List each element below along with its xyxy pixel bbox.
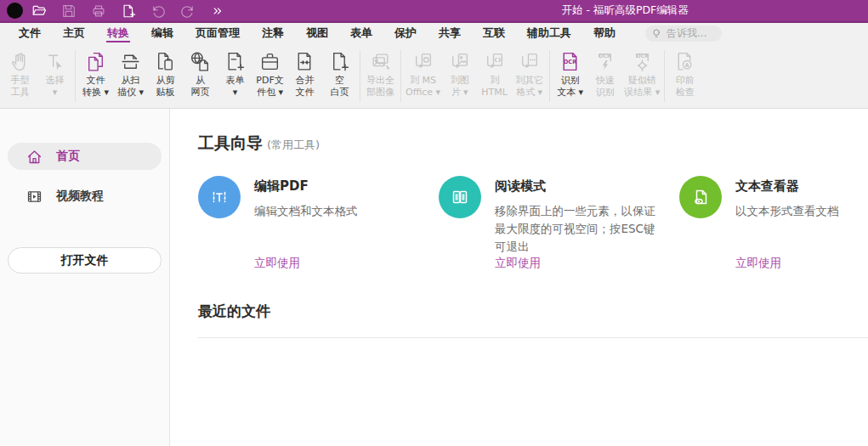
ocr-suspect-icon bbox=[631, 48, 654, 75]
tab-comment[interactable]: 注释 bbox=[251, 23, 295, 43]
from-scanner-button[interactable]: 从扫 描仪 ▾ bbox=[113, 46, 148, 106]
redo-icon bbox=[179, 3, 196, 20]
new-document-icon[interactable] bbox=[120, 3, 137, 20]
tab-view[interactable]: 视图 bbox=[295, 23, 339, 43]
tab-home[interactable]: 主页 bbox=[52, 23, 96, 43]
app-logo bbox=[7, 3, 23, 19]
blank-page-icon bbox=[328, 48, 351, 75]
from-webpage-icon bbox=[189, 48, 212, 75]
ocr-suspect-results-button: 疑似错 误结果 ▾ bbox=[622, 46, 661, 106]
tab-organize[interactable]: 页面管理 bbox=[184, 23, 251, 43]
tell-me-input[interactable] bbox=[667, 27, 716, 39]
more-commands-icon[interactable] bbox=[209, 3, 226, 20]
tool-wizard-subtitle: (常用工具) bbox=[267, 138, 320, 153]
undo-icon bbox=[150, 3, 167, 20]
ribbon-separator bbox=[75, 50, 76, 102]
ribbon-convert: 手型 工具 选择 ▾ 文件 转换 ▾ 从扫 描仪 ▾ 从剪 贴板 从 网页 表单… bbox=[0, 43, 868, 109]
card-title: 阅读模式 bbox=[495, 178, 663, 195]
to-image-button: 到图 片 ▾ bbox=[442, 46, 477, 106]
use-now-link[interactable]: 立即使用 bbox=[735, 256, 868, 271]
open-file-button[interactable]: 打开文件 bbox=[8, 247, 162, 274]
tab-accessibility[interactable]: 辅助工具 bbox=[516, 23, 582, 43]
card-title: 编辑PDF bbox=[254, 178, 423, 195]
pdf-portfolio-button[interactable]: PDF文 件包 ▾ bbox=[252, 46, 287, 106]
use-now-link[interactable]: 立即使用 bbox=[254, 256, 423, 271]
tab-connect[interactable]: 互联 bbox=[472, 23, 516, 43]
to-html-button: 到 HTML bbox=[477, 46, 512, 106]
to-ms-office-button: 到 MS Office ▾ bbox=[404, 46, 442, 106]
from-webpage-button[interactable]: 从 网页 bbox=[183, 46, 218, 106]
to-ms-office-icon bbox=[411, 48, 434, 75]
ocr-text-icon bbox=[559, 48, 582, 75]
pdf-portfolio-icon bbox=[258, 48, 281, 75]
menubar: 文件 主页 转换 编辑 页面管理 注释 视图 表单 保护 共享 互联 辅助工具 … bbox=[0, 23, 868, 43]
tab-protect[interactable]: 保护 bbox=[383, 23, 428, 43]
from-clipboard-icon bbox=[154, 48, 177, 75]
ribbon-separator bbox=[360, 50, 360, 102]
sidebar-item-label: 视频教程 bbox=[56, 189, 104, 204]
card-read-mode: 阅读模式 移除界面上的一些元素，以保证最大限度的可视空间；按ESC键可退出 立即… bbox=[439, 176, 679, 271]
combine-files-button[interactable]: 合并 文件 bbox=[287, 46, 322, 106]
to-other-format-icon bbox=[518, 48, 541, 75]
recent-files-title: 最近的文件 bbox=[198, 302, 868, 321]
preflight-icon bbox=[673, 48, 696, 75]
tool-cards: 编辑PDF 编辑文档和文本格式 立即使用 阅读模式 移除界面上的一些元素，以保证… bbox=[198, 176, 868, 271]
export-images-icon bbox=[369, 48, 392, 75]
ribbon-separator bbox=[549, 50, 550, 102]
combine-files-icon bbox=[293, 48, 316, 75]
window-title: 开始 - 福昕高级PDF编辑器 bbox=[561, 3, 688, 18]
recent-files-divider bbox=[198, 337, 868, 338]
tab-convert[interactable]: 转换 bbox=[96, 23, 140, 43]
sidebar-item-video-tutorials[interactable]: 视频教程 bbox=[8, 183, 162, 210]
hand-tool-button: 手型 工具 bbox=[3, 46, 37, 106]
card-title: 文本查看器 bbox=[735, 178, 868, 195]
read-mode-icon bbox=[439, 176, 481, 218]
print-icon bbox=[90, 3, 107, 20]
tell-me-search[interactable] bbox=[645, 25, 722, 42]
blank-page-button[interactable]: 空 白页 bbox=[322, 46, 357, 106]
ocr-text-button[interactable]: 识别 文本 ▾ bbox=[553, 46, 587, 106]
hand-tool-icon bbox=[9, 48, 31, 75]
main-content: 工具向导 (常用工具) 编辑PDF 编辑文档和文本格式 立即使用 阅读模式 移除… bbox=[170, 109, 868, 446]
use-now-link[interactable]: 立即使用 bbox=[495, 256, 663, 271]
titlebar: 开始 - 福昕高级PDF编辑器 bbox=[0, 0, 868, 23]
card-edit-pdf: 编辑PDF 编辑文档和文本格式 立即使用 bbox=[198, 176, 439, 271]
tab-help[interactable]: 帮助 bbox=[582, 23, 627, 43]
preflight-button: 印前 检查 bbox=[667, 46, 702, 106]
to-other-format-button: 到其它 格式 ▾ bbox=[512, 46, 547, 106]
ocr-quick-button: 快速 识别 bbox=[587, 46, 622, 106]
export-all-images-button: 导出全 部图像 bbox=[363, 46, 398, 106]
select-tool-button: 选择 ▾ bbox=[37, 46, 72, 106]
tab-share[interactable]: 共享 bbox=[428, 23, 472, 43]
ribbon-separator bbox=[664, 50, 665, 102]
form-icon bbox=[224, 48, 247, 75]
from-scanner-icon bbox=[119, 48, 142, 75]
from-clipboard-button[interactable]: 从剪 贴板 bbox=[148, 46, 183, 106]
card-description: 以文本形式查看文档 bbox=[735, 202, 868, 220]
file-convert-icon bbox=[84, 48, 107, 75]
tool-wizard-title: 工具向导 bbox=[198, 133, 263, 155]
save-icon bbox=[60, 3, 77, 20]
tab-form[interactable]: 表单 bbox=[339, 23, 383, 43]
text-viewer-icon bbox=[679, 176, 722, 218]
sidebar-item-label: 首页 bbox=[56, 149, 80, 164]
to-html-icon bbox=[483, 48, 506, 75]
tell-me-lightbulb-icon bbox=[651, 28, 662, 39]
tab-edit[interactable]: 编辑 bbox=[140, 23, 184, 43]
select-tool-icon bbox=[43, 48, 66, 75]
sidebar: 首页 视频教程 打开文件 bbox=[0, 109, 170, 446]
to-image-icon bbox=[448, 48, 471, 75]
card-description: 移除界面上的一些元素，以保证最大限度的可视空间；按ESC键可退出 bbox=[495, 202, 663, 256]
home-icon bbox=[26, 148, 43, 166]
card-text-viewer: 文本查看器 以文本形式查看文档 立即使用 bbox=[679, 176, 868, 271]
form-button[interactable]: 表单 ▾ bbox=[218, 46, 252, 106]
open-folder-icon[interactable] bbox=[31, 3, 48, 20]
ocr-quick-icon bbox=[593, 48, 616, 75]
video-tutorial-icon bbox=[26, 188, 43, 206]
ribbon-separator bbox=[400, 50, 401, 102]
edit-pdf-icon bbox=[198, 176, 241, 218]
sidebar-item-home[interactable]: 首页 bbox=[8, 143, 162, 170]
tab-file[interactable]: 文件 bbox=[8, 23, 52, 43]
card-description: 编辑文档和文本格式 bbox=[254, 202, 423, 220]
file-convert-button[interactable]: 文件 转换 ▾ bbox=[78, 46, 113, 106]
